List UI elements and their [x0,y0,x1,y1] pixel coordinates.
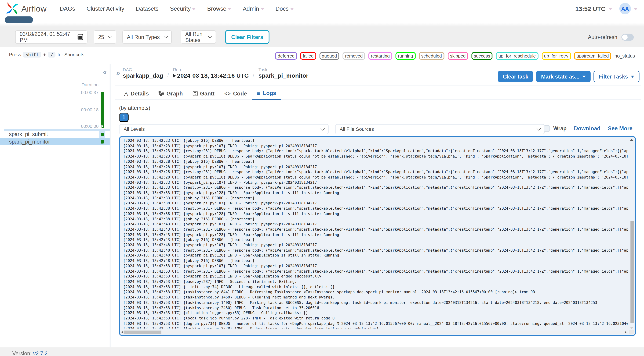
task-detail-panel: » DAG sparkapp_dag / Run 2024-03-18, 13:… [115,64,644,347]
scroll-right-arrow-icon[interactable] [624,331,627,333]
grid-button-partial[interactable] [5,17,33,23]
breadcrumb-dag[interactable]: DAG sparkapp_dag [123,67,163,79]
log-line: [2024-03-18, 13:42:43 UTC] {job.py:216} … [123,237,628,243]
nav-item-docs[interactable]: Docs [276,6,294,12]
log-line: [2024-03-18, 13:42:33 UTC] {pyspark_pi.p… [123,191,628,196]
breadcrumb-run[interactable]: Run 2024-03-18, 13:42:16 UTC [173,67,248,79]
collapse-sidebar-icon[interactable]: « [103,68,107,76]
filter-bar-shadow [0,23,644,27]
log-source-select[interactable]: All File Sources [335,124,544,134]
status-badge-success[interactable]: success [472,52,493,60]
auto-refresh-toggle[interactable] [622,34,634,41]
scroll-down-arrow-icon[interactable] [630,327,633,329]
nav-item-cluster-activity[interactable]: Cluster Activity [87,6,124,12]
run-duration-bar[interactable] [100,92,104,128]
log-level-select[interactable]: All Levels [119,124,328,134]
log-line: [2024-03-18, 13:42:48 UTC] {pyspark_pi.p… [123,243,628,248]
log-line: [2024-03-18, 13:42:53 UTC] {taskinstance… [123,305,628,310]
status-badge-queued[interactable]: queued [319,52,340,60]
airflow-brand[interactable]: Airflow [5,1,46,16]
airflow-logo-icon [5,1,20,16]
toggle-knob [622,34,628,40]
clear-filters-button[interactable]: Clear Filters [225,30,270,44]
vertical-scrollbar-thumb[interactable] [630,221,634,323]
clear-task-button[interactable]: Clear task [498,71,534,82]
auto-refresh-label: Auto-refresh [588,34,617,40]
tab-details[interactable]: △Details [119,87,154,100]
nav-item-security[interactable]: Security [170,6,196,12]
chevron-down-icon [582,75,586,77]
log-lines[interactable]: [2024-03-18, 13:42:23 UTC] {job.py:216} … [123,138,628,328]
chevron-down-icon [536,126,540,130]
log-line: [2024-03-18, 13:42:28 UTC] {job.py:216} … [123,159,628,164]
download-link[interactable]: Download [574,125,600,131]
filter-tasks-button[interactable]: Filter Tasks [593,71,640,82]
log-line: [2024-03-18, 13:42:23 UTC] {pyspark_pi.p… [123,143,628,149]
duration-tick: 00:00:18 [81,107,99,112]
log-line: [2024-03-18, 13:42:23 UTC] {pyspark_pi.p… [123,154,628,159]
chevron-down-icon [208,34,212,38]
tab-graph[interactable]: Graph [154,87,188,100]
base-date-input[interactable]: 03/18/2024, 01:52:47 PM [15,31,88,44]
breadcrumb-task[interactable]: Task spark_pi_monitor [258,67,308,79]
tab-gantt[interactable]: Gantt [188,87,220,100]
chevron-down-icon [320,126,324,130]
axis-baseline-band [4,129,110,131]
version-link[interactable]: v2.7.2 [33,350,48,356]
task-instance-cell[interactable] [100,138,105,145]
top-navbar: Airflow DAGs Cluster Activity Datasets S… [0,0,644,17]
status-badge-deferred[interactable]: deferred [275,52,297,60]
horizontal-scrollbar-track[interactable] [121,331,628,334]
status-badge-running[interactable]: running [396,52,416,60]
status-badge-up_for_reschedule[interactable]: up_for_reschedule [496,52,538,60]
scroll-up-arrow-icon[interactable] [630,138,633,141]
tab-logs[interactable]: ≡Logs [252,87,281,100]
horizontal-scrollbar-thumb[interactable] [124,331,162,334]
status-badge-upstream_failed[interactable]: upstream_failed [574,52,611,60]
chevron-down-icon [164,34,168,38]
task-state-square-success [100,132,104,136]
log-line: [2024-03-18, 13:42:43 UTC] {pyspark_pi.p… [123,232,628,237]
status-badge-restarting[interactable]: restarting [368,52,392,60]
breadcrumb-divider [115,85,641,86]
selected-run-marker-icon [101,124,104,128]
run-types-select[interactable]: All Run Types [122,31,172,44]
task-row-spark-pi-submit[interactable]: spark_pi_submit [0,131,110,138]
brand-name: Airflow [21,4,46,13]
airflow-app: Airflow DAGs Cluster Activity Datasets S… [0,0,644,356]
log-line: [2024-03-18, 13:42:53 UTC] {__init__.py:… [123,284,628,290]
chevron-down-icon [290,8,294,10]
calendar-icon [78,34,83,40]
mark-state-button[interactable]: Mark state as... [536,71,590,82]
status-badge-skipped[interactable]: skipped [448,52,468,60]
status-badge-removed[interactable]: removed [343,52,365,60]
log-line: [2024-03-18, 13:42:38 UTC] {pyspark_pi.p… [123,211,628,217]
task-instance-cell[interactable] [100,131,105,138]
utc-clock[interactable]: 13:52 UTC [575,5,605,12]
attempt-1-button[interactable]: 1 [119,113,128,122]
log-line: [2024-03-18, 13:42:53 UTC] {dagrun.py:73… [123,321,628,326]
run-triangle-icon [173,74,176,78]
nav-item-dags[interactable]: DAGs [60,6,75,12]
nav-item-datasets[interactable]: Datasets [136,6,158,12]
scroll-left-arrow-icon[interactable] [121,331,123,333]
wrap-checkbox[interactable] [544,125,550,131]
run-states-select[interactable]: All Run States [181,31,216,44]
tab-code[interactable]: <>Code [220,87,252,100]
nav-right: 13:52 UTC AA [575,3,637,14]
status-badge-scheduled[interactable]: scheduled [419,52,444,60]
log-line: [2024-03-18, 13:42:53 UTC] {base.py:287}… [123,279,628,284]
panel-divider[interactable] [110,64,110,347]
status-badge-up_for_retry[interactable]: up_for_retry [542,52,571,60]
nav-item-browse[interactable]: Browse [207,6,231,12]
status-badge-failed[interactable]: failed [300,52,316,60]
shift-key: shift [23,52,41,58]
nav-item-admin[interactable]: Admin [243,6,264,12]
see-more-link[interactable]: See More [608,125,632,131]
task-row-spark-pi-monitor[interactable]: spark_pi_monitor [0,138,110,145]
slash-key: / [48,52,55,58]
task-sidebar: « Duration 00:00:37 00:00:18 00:00:00 sp… [0,64,110,347]
page-size-select[interactable]: 25 [94,31,116,44]
expand-panel-icon[interactable]: » [116,69,120,77]
user-avatar[interactable]: AA [619,3,631,14]
